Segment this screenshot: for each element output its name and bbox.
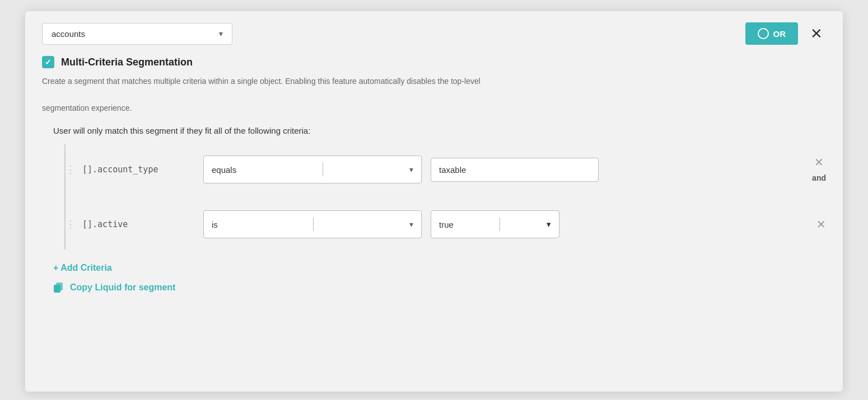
chevron-down-icon-2: ▾ xyxy=(409,220,413,229)
modal-header: accounts ▾ OR ✕ xyxy=(42,22,826,45)
multi-criteria-checkbox[interactable] xyxy=(42,56,54,68)
operator-select-2[interactable]: is ▾ xyxy=(203,210,422,238)
value-input-1[interactable] xyxy=(431,158,599,182)
row-actions-1: ✕ and xyxy=(812,157,826,182)
table-row: ⋮ [].active is ▾ true ▾ ✕ xyxy=(82,199,781,250)
table-row: ⋮ [].account_type equals ▾ ✕ and xyxy=(82,144,781,195)
operator-select-1[interactable]: equals ▾ xyxy=(203,156,422,183)
copy-liquid-label: Copy Liquid for segment xyxy=(70,283,175,293)
criteria-block: ⋮ [].account_type equals ▾ ✕ and ⋮ [].ac… xyxy=(42,144,826,250)
or-button[interactable]: OR xyxy=(745,22,799,45)
or-button-label: OR xyxy=(773,29,786,39)
section-description: Create a segment that matches multiple c… xyxy=(42,75,546,115)
delete-button-2[interactable]: ✕ xyxy=(816,219,826,230)
header-right: OR ✕ xyxy=(745,22,827,45)
modal-container: accounts ▾ OR ✕ Multi-Criteria Segmentat… xyxy=(25,11,843,392)
accounts-dropdown[interactable]: accounts ▾ xyxy=(42,23,232,45)
section-title: Multi-Criteria Segmentation xyxy=(61,57,193,68)
copy-liquid-icon xyxy=(53,282,64,293)
section-title-row: Multi-Criteria Segmentation xyxy=(42,56,826,68)
criteria-rows: ⋮ [].account_type equals ▾ ✕ and ⋮ [].ac… xyxy=(66,144,826,250)
row-actions-2: ✕ xyxy=(816,219,826,230)
divider-1 xyxy=(323,163,323,176)
add-criteria-button[interactable]: + Add Criteria xyxy=(53,263,112,273)
divider-2 xyxy=(313,218,314,231)
chevron-down-icon-3: ▾ xyxy=(547,219,551,229)
drag-handle-icon-2[interactable]: ⋮ xyxy=(66,218,77,230)
value-select-text-2: true xyxy=(439,220,454,229)
criteria-header-text: User will only match this segment if the… xyxy=(53,126,826,135)
divider-3 xyxy=(500,218,500,231)
field-label-2: [].active xyxy=(82,219,194,229)
value-select-2[interactable]: true ▾ xyxy=(431,210,559,238)
close-icon: ✕ xyxy=(810,25,823,42)
accounts-dropdown-label: accounts xyxy=(52,29,85,39)
close-button[interactable]: ✕ xyxy=(807,25,826,42)
drag-handle-icon[interactable]: ⋮ xyxy=(66,163,77,176)
chevron-down-icon: ▾ xyxy=(219,29,223,38)
chevron-down-icon-1: ▾ xyxy=(409,165,413,174)
add-criteria-label: + Add Criteria xyxy=(53,263,112,273)
delete-button-1[interactable]: ✕ xyxy=(814,157,824,168)
operator-value-2: is xyxy=(212,220,218,229)
svg-rect-1 xyxy=(56,283,63,290)
plus-circle-icon xyxy=(758,28,769,39)
field-label-1: [].account_type xyxy=(82,164,194,175)
copy-liquid-button[interactable]: Copy Liquid for segment xyxy=(53,282,175,293)
operator-value-1: equals xyxy=(212,165,236,175)
and-label-1: and xyxy=(812,173,826,182)
